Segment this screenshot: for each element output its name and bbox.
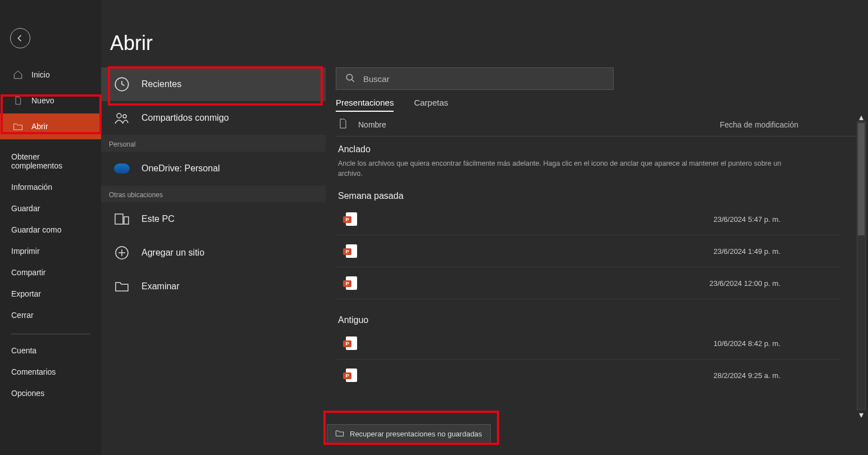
file-date: 23/6/2024 5:47 p. m. [714, 215, 780, 224]
sidebar-item-label: Información [11, 183, 52, 192]
sidebar-item-print[interactable]: Imprimir [0, 240, 101, 262]
scroll-up-icon[interactable]: ▴ [857, 113, 865, 121]
list-header: Nombre Fecha de modificación [336, 112, 858, 136]
clock-icon [113, 76, 130, 93]
sidebar-item-label: Guardar como [11, 225, 61, 234]
document-icon [339, 119, 347, 130]
file-row[interactable]: 23/6/2024 12:00 p. m. [336, 267, 841, 299]
recent-files-pane: Buscar Presentaciones Carpetas Nombre Fe… [326, 0, 868, 455]
locations-personal-heading: Personal [101, 135, 326, 152]
search-placeholder: Buscar [363, 74, 390, 84]
sidebar-item-label: Imprimir [11, 247, 40, 256]
svg-rect-9 [115, 214, 123, 224]
file-date: 10/6/2024 8:42 p. m. [714, 339, 780, 348]
thispc-icon [113, 211, 130, 228]
sidebar-item-addins[interactable]: Obtener complementos [0, 146, 101, 176]
svg-line-13 [351, 79, 354, 82]
svg-point-12 [346, 74, 353, 80]
search-input[interactable]: Buscar [336, 67, 614, 90]
file-row[interactable]: 23/6/2024 1:49 p. m. [336, 235, 841, 267]
scrollbar[interactable]: ▴ ▾ [857, 121, 866, 410]
file-row[interactable]: 10/6/2024 8:42 p. m. [336, 327, 841, 360]
home-icon [11, 68, 25, 81]
location-label: Agregar un sitio [141, 248, 204, 258]
sidebar-item-label: Opciones [11, 389, 44, 398]
location-browse[interactable]: Examinar [101, 270, 326, 303]
location-label: Este PC [141, 214, 175, 224]
location-addplace[interactable]: Agregar un sitio [101, 236, 326, 270]
onedrive-icon [113, 160, 130, 177]
location-thispc[interactable]: Este PC [101, 202, 326, 236]
addplace-icon [113, 244, 130, 261]
sidebar-item-feedback[interactable]: Comentarios [0, 361, 101, 383]
location-label: Compartidos conmigo [141, 113, 229, 123]
sidebar-item-new[interactable]: Nuevo [0, 88, 101, 113]
powerpoint-file-icon [346, 368, 357, 382]
section-older-title: Antiguo [336, 307, 841, 327]
file-date: 23/6/2024 12:00 p. m. [710, 279, 780, 288]
section-pinned-title: Anclado [336, 136, 841, 157]
sidebar-item-open[interactable]: Abrir [0, 113, 101, 139]
backstage-sidebar: Inicio Nuevo Abrir Obtener complementos … [0, 0, 101, 455]
people-icon [113, 110, 130, 126]
locations-other-heading: Otras ubicaciones [101, 185, 326, 202]
sidebar-item-label: Cerrar [11, 311, 34, 320]
sidebar-item-label: Abrir [31, 122, 48, 131]
sidebar-item-label: Obtener complementos [11, 152, 90, 170]
folder-open-icon [11, 120, 25, 133]
svg-point-7 [117, 113, 121, 118]
recover-unsaved-button[interactable]: Recuperar presentaciones no guardadas [327, 424, 491, 444]
powerpoint-file-icon [346, 336, 357, 350]
sidebar-item-save[interactable]: Guardar [0, 198, 101, 219]
sidebar-item-label: Nuevo [31, 96, 54, 105]
location-recent[interactable]: Recientes [101, 67, 326, 101]
sidebar-item-saveas[interactable]: Guardar como [0, 219, 101, 240]
svg-rect-10 [124, 217, 129, 224]
location-shared[interactable]: Compartidos conmigo [101, 101, 326, 135]
sidebar-item-label: Inicio [31, 70, 50, 79]
back-button[interactable] [10, 28, 30, 48]
page-title: Abrir [101, 22, 326, 67]
column-name[interactable]: Nombre [358, 120, 386, 129]
sidebar-item-info[interactable]: Información [0, 176, 101, 198]
section-lastweek-title: Semana pasada [336, 183, 841, 203]
sidebar-item-label: Exportar [11, 289, 41, 298]
sidebar-item-close[interactable]: Cerrar [0, 304, 101, 326]
sidebar-item-export[interactable]: Exportar [0, 283, 101, 304]
location-label: Recientes [141, 79, 181, 89]
tab-folders[interactable]: Carpetas [414, 98, 448, 112]
sidebar-item-account[interactable]: Cuenta [0, 340, 101, 361]
file-row[interactable]: 28/2/2024 9:25 a. m. [336, 360, 841, 391]
search-icon [345, 73, 355, 85]
scroll-down-icon[interactable]: ▾ [857, 411, 865, 418]
sidebar-item-share[interactable]: Compartir [0, 262, 101, 283]
location-label: Examinar [141, 281, 180, 292]
powerpoint-file-icon [346, 276, 357, 290]
file-date: 28/2/2024 9:25 a. m. [714, 371, 780, 380]
sidebar-item-options[interactable]: Opciones [0, 383, 101, 404]
sidebar-item-label: Compartir [11, 268, 45, 277]
folder-icon [335, 429, 344, 439]
svg-point-8 [123, 115, 126, 118]
file-date: 23/6/2024 1:49 p. m. [714, 247, 780, 256]
tab-presentations[interactable]: Presentaciones [336, 98, 394, 112]
column-modified[interactable]: Fecha de modificación [720, 120, 798, 129]
sidebar-item-label: Comentarios [11, 367, 56, 376]
location-onedrive[interactable]: OneDrive: Personal [101, 152, 326, 185]
folder-icon [113, 278, 130, 295]
file-row[interactable]: 23/6/2024 5:47 p. m. [336, 203, 841, 235]
recover-unsaved-label: Recuperar presentaciones no guardadas [350, 430, 482, 438]
scrollbar-thumb[interactable] [858, 123, 865, 235]
document-icon [11, 94, 25, 107]
open-locations-panel: Abrir Recientes Compartidos conmigo Pers… [101, 0, 326, 455]
section-pinned-message: Ancle los archivos que quiera encontrar … [336, 157, 801, 183]
powerpoint-file-icon [346, 212, 357, 226]
sidebar-item-home[interactable]: Inicio [0, 62, 101, 88]
sidebar-item-label: Guardar [11, 204, 40, 213]
location-label: OneDrive: Personal [141, 163, 220, 174]
powerpoint-file-icon [346, 244, 357, 258]
sidebar-item-label: Cuenta [11, 346, 36, 355]
